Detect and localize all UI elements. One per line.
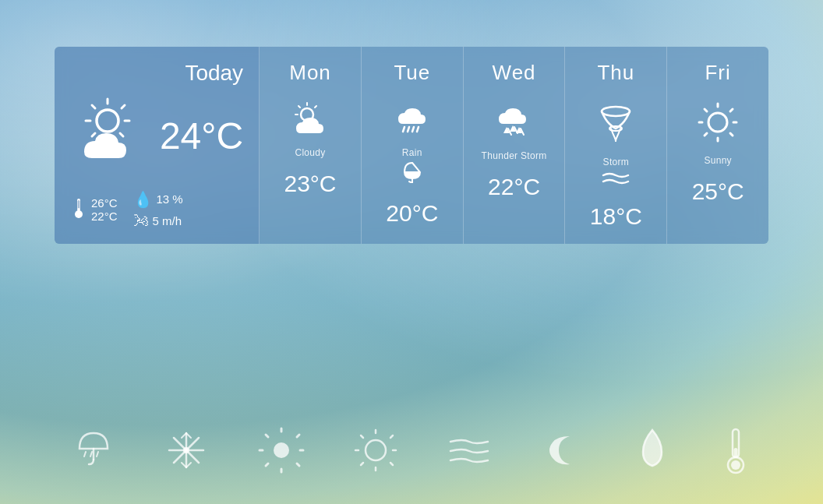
svg-line-57 [297,435,299,437]
friday-label: Fri [676,61,759,85]
wednesday-condition: Thunder Storm [482,150,547,161]
svg-line-37 [730,133,733,136]
svg-line-65 [361,435,363,438]
today-weather-icon [70,96,156,176]
svg-line-21 [417,127,419,132]
thursday-label: Thu [574,61,657,85]
humidity-row: 💧 13 % [133,190,183,209]
wednesday-panel: Wed Thunder Storm 22°C [464,47,566,244]
bottom-thermometer-icon [720,426,751,481]
temp-high-low: 26°C 22°C [91,196,118,223]
bottom-icons-row [0,403,823,504]
svg-line-5 [92,105,95,108]
today-details: 26°C 22°C 💧 13 % 🌬 5 m/h [70,190,243,230]
monday-label: Mon [269,61,351,85]
wednesday-temp: 22°C [488,174,540,200]
temp-detail-col: 26°C 22°C [70,196,118,223]
bottom-droplet-icon [634,427,671,480]
wind-row: 🌬 5 m/h [133,212,183,230]
monday-panel: Mon Cloudy 23°C [260,47,362,244]
thermometer-row: 26°C 22°C [70,196,118,223]
svg-line-34 [705,109,707,111]
svg-line-17 [315,106,316,107]
svg-line-19 [408,127,409,132]
today-main: 24°C [70,90,243,182]
svg-line-67 [361,463,363,465]
weather-widget: Today 24°C [55,47,768,244]
high-temp: 26°C [91,196,118,210]
svg-line-6 [122,105,125,108]
svg-line-41 [97,452,98,456]
svg-point-51 [274,442,289,458]
svg-line-36 [705,133,707,136]
wind-value: 5 m/h [153,214,182,227]
friday-condition: Sunny [704,155,732,166]
svg-line-58 [266,463,268,466]
wind-icon: 🌬 [133,212,149,230]
svg-line-68 [390,463,393,465]
snowflake-icon [164,428,208,478]
sun-rays-icon [258,427,305,480]
svg-rect-12 [78,208,80,213]
friday-panel: Fri Sunny 25°C [667,47,768,244]
svg-point-71 [731,460,740,470]
svg-line-16 [298,106,300,107]
svg-line-18 [403,127,404,132]
humidity-wind-col: 💧 13 % 🌬 5 m/h [133,190,183,230]
svg-point-60 [366,440,386,460]
low-temp: 22°C [91,210,118,223]
svg-line-59 [297,463,299,466]
svg-point-46 [183,447,189,453]
tuesday-label: Tue [371,61,454,85]
svg-line-39 [84,452,86,456]
thursday-condition: Storm [603,157,630,167]
svg-line-7 [92,133,95,136]
tuesday-icon [392,102,433,143]
thursday-extra-icon [602,171,630,191]
today-panel: Today 24°C [55,47,260,244]
svg-line-20 [412,127,414,132]
friday-icon [698,102,738,150]
sun-plain-icon [354,428,397,478]
svg-line-8 [120,133,123,136]
monday-temp: 23°C [284,171,337,197]
svg-point-29 [708,113,727,132]
svg-line-66 [390,435,393,438]
today-temperature: 24°C [160,115,243,157]
monday-icon [290,102,330,143]
thursday-panel: Thu Storm 18°C [565,47,667,244]
humidity-value: 13 % [157,192,183,206]
wednesday-label: Wed [473,61,556,85]
svg-rect-72 [734,448,738,457]
tuesday-extra-icon [401,161,423,188]
thursday-icon [595,102,636,152]
thursday-temp: 18°C [590,203,642,230]
umbrella-rain-icon [72,428,115,478]
wednesday-icon [493,102,536,146]
moon-icon [543,430,584,477]
tuesday-condition: Rain [402,147,422,158]
svg-point-27 [602,107,630,116]
svg-line-35 [730,109,733,111]
tuesday-temp: 20°C [386,200,438,227]
svg-point-0 [97,110,118,132]
svg-line-40 [90,452,92,456]
bottom-wind-icon [447,431,494,476]
monday-condition: Cloudy [295,147,325,158]
thermometer-icon [70,197,87,223]
svg-line-56 [266,435,268,437]
friday-temp: 25°C [692,178,744,205]
tuesday-panel: Tue Rain 20°C [362,47,464,244]
today-label: Today [70,61,243,86]
droplet-icon: 💧 [133,190,153,209]
